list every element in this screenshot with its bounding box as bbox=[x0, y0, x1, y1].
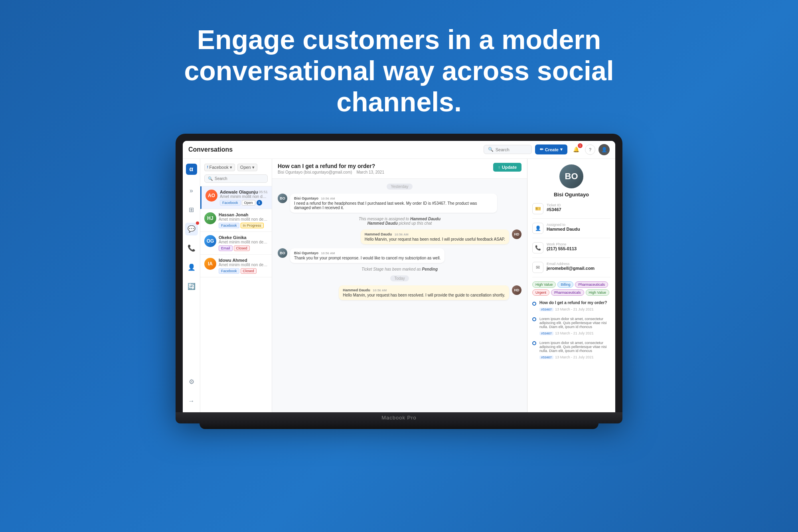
chevron-down-icon: ▾ bbox=[560, 147, 563, 152]
conv-tags-idowu: Facebook Closed bbox=[219, 268, 268, 274]
email-label: Email Address bbox=[547, 262, 595, 266]
contact-avatar-large: BO bbox=[559, 164, 583, 188]
timeline-dot-2 bbox=[532, 317, 536, 321]
conv-info-okeke: Okeke Ginika Amet minim mollit non dese … bbox=[219, 235, 268, 251]
page-title: Conversations bbox=[188, 146, 233, 153]
timeline-meta-1: #53467 13 March - 21 July 2021 bbox=[539, 305, 607, 312]
laptop-foot bbox=[200, 423, 598, 429]
notifications-button[interactable]: 🔔 1 bbox=[571, 144, 582, 155]
sidebar-icon-expand[interactable]: » bbox=[185, 184, 198, 197]
assigned-content: Assigned to Hammed Daudu bbox=[547, 223, 580, 231]
tag-billing: Billing bbox=[557, 281, 573, 288]
info-ticket-id: 🎫 Ticket ID #53467 bbox=[532, 203, 610, 219]
timeline-id-3: #53467 bbox=[539, 356, 553, 359]
update-button[interactable]: ↑ Update bbox=[493, 163, 521, 172]
conv-tags-adewale: Facebook Open 1 bbox=[220, 200, 268, 206]
sidebar-icon-contacts[interactable]: 👤 bbox=[185, 261, 198, 274]
conv-info-adewale: Adewale Olagunju 05:51 Amet minim mollit… bbox=[220, 190, 268, 206]
conv-name-idowu: Idowu Ahmed bbox=[219, 258, 247, 263]
msg-content-hammed-1: Hammed Daudu 10:56 AM Hello Marvin, your… bbox=[361, 229, 509, 244]
message-bisi-1: BO Bisi Oguntayo 10:56 AM I need a refun… bbox=[278, 194, 497, 213]
contact-tags-section: High Value Billing Pharmaceuticals Urgen… bbox=[532, 281, 610, 296]
system-msg-1: This message is assigned to Hammed Daudu… bbox=[278, 217, 521, 225]
email-content: Email Address jeromebell@gmail.com bbox=[547, 262, 595, 271]
conv-preview-idowu: Amet minim mollit non dese runt... bbox=[219, 263, 268, 267]
msg-avatar-hammed-2: HD bbox=[512, 285, 521, 295]
search-icon: 🔍 bbox=[488, 147, 494, 152]
help-button[interactable]: ? bbox=[585, 144, 595, 155]
contact-header: BO Bisi Oguntayo bbox=[532, 164, 610, 198]
phone-label: Work Phone bbox=[547, 242, 577, 246]
chat-header: How can I get a refund for my order? Bis… bbox=[272, 159, 527, 179]
msg-content-bisi-1: Bisi Oguntayo 10:56 AM I need a refund f… bbox=[290, 194, 497, 213]
conversation-item-hassan[interactable]: HJ Hassan Jonah Amet minim mollit non de… bbox=[200, 209, 272, 232]
assigned-value: Hammed Daudu bbox=[547, 227, 580, 231]
chat-subtitle: Bisi Oguntayo (bisi.oguntayo@gmail.com) … bbox=[278, 170, 384, 174]
top-search-input[interactable] bbox=[496, 147, 527, 152]
conversations-filters: f Facebook ▾ Open ▾ bbox=[204, 164, 268, 171]
tag-inprogress-hassan: In Progress bbox=[241, 223, 264, 228]
msg-text-bisi-2: Thank you for your prompt response. I wo… bbox=[294, 256, 440, 260]
timeline-content-1: How do I get a refund for my order? #534… bbox=[539, 301, 607, 312]
timeline-id-2: #53467 bbox=[539, 332, 553, 335]
assigned-label: Assigned to bbox=[547, 223, 580, 227]
filter-open[interactable]: Open ▾ bbox=[237, 164, 257, 171]
conv-info-hassan: Hassan Jonah Amet minim mollit non dese … bbox=[219, 212, 268, 228]
msg-text-hammed-1: Hello Marvin, your request has been note… bbox=[365, 237, 505, 241]
msg-content-bisi-2: Bisi Oguntayo 10:56 AM Thank you for you… bbox=[290, 248, 444, 263]
chat-title-block: How can I get a refund for my order? Bis… bbox=[278, 163, 384, 174]
tag-pharma-1: Pharmaceuticals bbox=[575, 281, 608, 288]
timeline-item-2: Lorem ipsum dolor sit amet, consectetur … bbox=[532, 316, 610, 336]
conv-preview-adewale: Amet minim mollit non dese runt... bbox=[220, 194, 268, 199]
chat-title: How can I get a refund for my order? bbox=[278, 163, 384, 169]
conversation-item-adewale[interactable]: AO Adewale Olagunju 05:51 Amet minim mol… bbox=[200, 186, 272, 209]
notification-badge: 1 bbox=[578, 143, 583, 148]
tag-facebook-adewale: Facebook bbox=[220, 200, 241, 206]
timeline-item-3: Lorem ipsum dolor sit amet, consectetur … bbox=[532, 340, 610, 360]
conv-tags-okeke: Email Closed bbox=[219, 245, 268, 251]
message-bisi-2: BO Bisi Oguntayo 10:56 AM Thank you for … bbox=[278, 248, 497, 263]
msg-avatar-bisi-1: BO bbox=[278, 194, 287, 203]
create-button[interactable]: ✏ Create ▾ bbox=[535, 144, 567, 154]
date-divider-today: Today bbox=[390, 275, 409, 281]
laptop-mockup: Conversations 🔍 ✏ Create ▾ 🔔 bbox=[176, 134, 622, 429]
timeline-desc-2: Lorem ipsum dolor sit amet, consectetur … bbox=[539, 317, 610, 329]
msg-avatar-hammed-1: HD bbox=[512, 229, 521, 239]
top-search-box[interactable]: 🔍 bbox=[484, 145, 532, 154]
tag-facebook-idowu: Facebook bbox=[219, 268, 239, 274]
sidebar: α » ⊞ 💬 📞 👤 🔄 ⚙ → bbox=[183, 159, 200, 412]
sidebar-icon-chat[interactable]: 💬 bbox=[185, 223, 198, 235]
conversations-search[interactable]: 🔍 bbox=[204, 174, 268, 183]
conv-preview-hassan: Amet minim mollit non dese runt... bbox=[219, 217, 268, 222]
filter-facebook[interactable]: f Facebook ▾ bbox=[204, 164, 235, 171]
sidebar-logo: α bbox=[186, 164, 197, 175]
conversations-panel: f Facebook ▾ Open ▾ 🔍 bbox=[200, 159, 272, 412]
tag-pharma-2: Pharmaceuticals bbox=[551, 289, 584, 296]
sidebar-icon-settings[interactable]: ⚙ bbox=[185, 376, 198, 388]
sidebar-chat-badge bbox=[196, 222, 199, 225]
tag-email-okeke: Email bbox=[219, 245, 233, 251]
timeline-content-2: Lorem ipsum dolor sit amet, consectetur … bbox=[539, 316, 610, 336]
msg-time-hammed-1: 10:56 AM bbox=[395, 233, 409, 236]
top-bar-right: 🔍 ✏ Create ▾ 🔔 1 ? 👤 bbox=[484, 144, 610, 155]
user-avatar[interactable]: 👤 bbox=[598, 144, 610, 155]
tag-urgent: Urgent bbox=[532, 289, 549, 296]
msg-sender-bisi-1: Bisi Oguntayo 10:56 AM bbox=[294, 196, 493, 200]
conversations-header: f Facebook ▾ Open ▾ 🔍 bbox=[200, 159, 272, 186]
app-container: Conversations 🔍 ✏ Create ▾ 🔔 bbox=[183, 141, 615, 412]
sidebar-icon-phone[interactable]: 📞 bbox=[185, 242, 198, 255]
tag-open-adewale: Open bbox=[242, 200, 255, 206]
sidebar-icon-logout[interactable]: → bbox=[185, 395, 198, 407]
conv-info-idowu: Idowu Ahmed Amet minim mollit non dese r… bbox=[219, 258, 268, 274]
conversations-search-input[interactable] bbox=[215, 176, 264, 181]
timeline-section: How do I get a refund for my order? #534… bbox=[532, 301, 610, 360]
timeline-title-1: How do I get a refund for my order? bbox=[539, 301, 607, 305]
tag-closed-okeke: Closed bbox=[234, 245, 250, 251]
sidebar-icon-reports[interactable]: 🔄 bbox=[185, 280, 198, 293]
sidebar-icon-grid[interactable]: ⊞ bbox=[185, 204, 198, 216]
message-hammed-1: HD Hammed Daudu 10:56 AM Hello Marvin, y… bbox=[361, 229, 521, 244]
conversation-item-idowu[interactable]: IA Idowu Ahmed Amet minim mollit non des… bbox=[200, 255, 272, 277]
chat-messages: Yesterday BO Bisi Oguntayo 10:56 AM I ne bbox=[272, 179, 527, 412]
conversation-item-okeke[interactable]: OG Okeke Ginika Amet minim mollit non de… bbox=[200, 232, 272, 255]
timeline-meta-3: #53467 13 March - 21 July 2021 bbox=[539, 353, 610, 360]
